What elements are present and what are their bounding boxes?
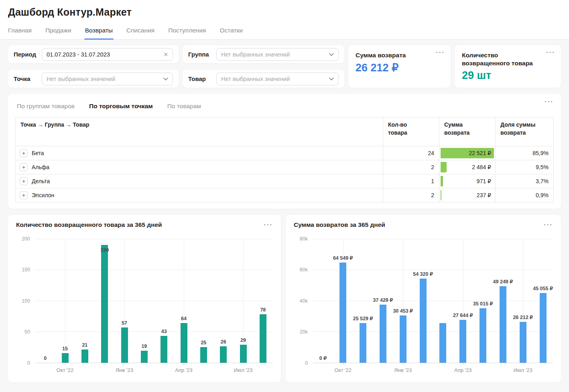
table-row[interactable]: +Дельта1971 ₽3,7% xyxy=(16,174,554,188)
expand-plus-icon[interactable]: + xyxy=(20,163,28,171)
top-row: Период01.07.2023 - 31.07.2023✕ГруппаНет … xyxy=(8,45,561,88)
point-name: Дельта xyxy=(32,178,50,184)
nav-tabs: ГлавнаяПродажиВозвратыСписанияПоступлени… xyxy=(8,27,561,39)
name-wrap: +Эпсилон xyxy=(20,191,379,199)
clear-icon[interactable]: ✕ xyxy=(160,51,168,58)
chart-bar xyxy=(240,345,247,363)
point-name: Альфа xyxy=(32,164,49,170)
nav-tab-Поступления[interactable]: Поступления xyxy=(168,27,206,39)
chart-bar xyxy=(81,350,88,362)
charts-row: Количество возвращенного товара за 365 д… xyxy=(8,215,561,382)
page-title: Дашборд Контур.Маркет xyxy=(8,6,561,18)
y-tick-label: 40k xyxy=(300,298,308,304)
chart-card-returned-quantity: Количество возвращенного товара за 365 д… xyxy=(8,215,281,382)
ellipsis-menu-icon[interactable]: ··· xyxy=(264,223,273,226)
name-wrap: +Альфа xyxy=(20,163,379,171)
y-tick-label: 80k xyxy=(300,236,308,242)
x-tick-label: Окт '22 xyxy=(57,367,73,373)
point-input[interactable]: Нет выбранных значений xyxy=(42,73,173,85)
x-tick-label: Июл '23 xyxy=(234,367,253,373)
bar-value-label: 29 xyxy=(240,337,246,343)
x-tick-label: Июл '23 xyxy=(514,367,532,373)
x-axis: Окт '22Янв '23Апр '23Июл '23 xyxy=(35,363,273,376)
returns-table: Точка → Группа → ТоварКол-во товараСумма… xyxy=(15,117,554,202)
x-axis: Окт '22Янв '23Апр '23Июл '23 xyxy=(313,363,553,376)
sum-value: 22 521 ₽ xyxy=(469,150,492,156)
table-tab-По товарам[interactable]: По товарам xyxy=(167,103,201,110)
cell-quantity: 2 xyxy=(383,188,439,202)
table-card: ··· По группам товаровПо торговым точкам… xyxy=(8,94,561,209)
y-tick-label: 150 xyxy=(22,267,30,273)
nav-tab-Главная[interactable]: Главная xyxy=(8,27,32,39)
bar-value-label: 37 429 ₽ xyxy=(373,297,393,303)
table-row[interactable]: +Альфа22 484 ₽9,5% xyxy=(16,160,554,174)
x-tick-mark xyxy=(65,363,65,365)
input-value: 01.07.2023 - 31.07.2023 xyxy=(47,51,110,58)
cell-point-name: +Дельта xyxy=(16,174,383,188)
chart-bar xyxy=(200,347,207,363)
cell-return-sum: 971 ₽ xyxy=(439,174,496,188)
nav-tab-Остатки[interactable]: Остатки xyxy=(219,27,243,39)
chart-header: Сумма возвратов за 365 дней ··· xyxy=(294,221,553,228)
v-gridline xyxy=(243,239,244,363)
nav-tab-Списания[interactable]: Списания xyxy=(126,27,154,39)
chart-bar xyxy=(260,314,266,363)
name-wrap: +Дельта xyxy=(20,177,379,185)
expand-plus-icon[interactable]: + xyxy=(20,191,28,199)
chevron-down-icon[interactable] xyxy=(160,77,168,81)
expand-plus-icon[interactable]: + xyxy=(20,177,28,185)
bar-value-label: 26 212 ₽ xyxy=(513,314,533,320)
x-tick-label: Апр '23 xyxy=(175,367,193,373)
stat-title: Количество возвращенного товара xyxy=(462,51,554,67)
product-input[interactable]: Нет выбранных значений xyxy=(216,73,339,85)
ellipsis-menu-icon[interactable]: ··· xyxy=(544,223,553,226)
x-tick-mark xyxy=(523,363,523,365)
table-tab-По торговым точкам[interactable]: По торговым точкам xyxy=(89,103,153,110)
table-tab-По группам товаров[interactable]: По группам товаров xyxy=(17,103,75,110)
x-tick-mark xyxy=(184,363,184,365)
bar-value-label: 30 453 ₽ xyxy=(393,308,413,314)
period-input[interactable]: 01.07.2023 - 31.07.2023✕ xyxy=(42,48,173,61)
name-wrap: +Бета xyxy=(20,149,379,157)
chevron-down-icon[interactable] xyxy=(326,77,334,81)
table-row[interactable]: +Эпсилон2237 ₽0,9% xyxy=(16,188,554,202)
column-header-text: Кол-во товара xyxy=(388,121,418,137)
ellipsis-menu-icon[interactable]: ··· xyxy=(436,51,445,54)
table-row[interactable]: +Бета2422 521 ₽85,9% xyxy=(16,146,554,160)
column-header: Сумма возврата xyxy=(439,117,496,146)
chart-card-return-sum: Сумма возвратов за 365 дней ··· 80k60k40… xyxy=(286,215,561,382)
filter-card-period: Период01.07.2023 - 31.07.2023✕ xyxy=(8,45,179,63)
column-header-text: Сумма возврата xyxy=(444,121,478,137)
plot-column: 0 ₽64 549 ₽25 529 ₽37 429 ₽30 453 ₽54 32… xyxy=(313,239,553,376)
y-tick-label: 0 xyxy=(27,360,30,366)
expand-plus-icon[interactable]: + xyxy=(20,149,28,157)
chevron-down-icon[interactable] xyxy=(326,53,334,56)
chart-bar xyxy=(62,353,69,362)
nav-tab-Возвраты[interactable]: Возвраты xyxy=(85,27,113,39)
group-input[interactable]: Нет выбранных значений xyxy=(216,48,339,61)
chart-body: 80k60k40k20k00 ₽64 549 ₽25 529 ₽37 429 ₽… xyxy=(294,239,553,376)
chart-bar xyxy=(161,336,167,362)
bar-value-label: 54 320 ₽ xyxy=(413,271,433,277)
bar-value-label: 49 249 ₽ xyxy=(493,279,513,285)
filter-card-product: ТоварНет выбранных значений xyxy=(183,70,344,88)
nav-tab-Продажи[interactable]: Продажи xyxy=(45,27,71,39)
stat-title: Сумма возврата xyxy=(356,51,443,59)
filter-card-point: ТочкаНет выбранных значений xyxy=(8,70,179,88)
table-view-tabs: По группам товаровПо торговым точкамПо т… xyxy=(14,100,555,110)
chart-bar xyxy=(121,327,128,363)
chart-bar xyxy=(220,346,227,362)
bar-value-label: 21 xyxy=(82,342,87,348)
chart-title: Количество возвращенного товара за 365 д… xyxy=(16,221,162,228)
y-tick-label: 100 xyxy=(22,298,30,304)
ellipsis-menu-icon[interactable]: ··· xyxy=(546,51,555,54)
column-header-text: Точка → Группа → Товар xyxy=(20,121,89,129)
bar-value-label: 15 xyxy=(62,346,68,352)
h-gridline xyxy=(313,270,553,270)
bar-value-label: 190 xyxy=(100,247,109,253)
ellipsis-menu-icon[interactable]: ··· xyxy=(545,100,554,103)
h-gridline xyxy=(313,239,553,239)
h-gridline xyxy=(35,331,273,332)
chart-bar xyxy=(380,305,386,363)
bar-value-label: 25 529 ₽ xyxy=(353,315,373,321)
